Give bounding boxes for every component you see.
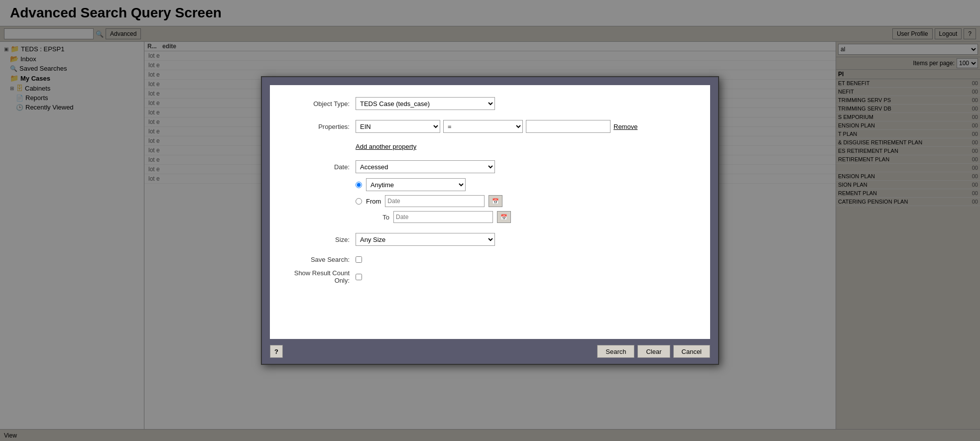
to-calendar-button[interactable]: 📅 xyxy=(497,211,511,223)
properties-row: Properties: EIN Name Date Status = != > … xyxy=(290,120,690,133)
add-property-row: Add another property xyxy=(290,143,690,150)
from-date-input[interactable] xyxy=(385,195,485,207)
properties-label: Properties: xyxy=(290,123,350,130)
from-radio[interactable] xyxy=(356,198,362,205)
modal-help-button[interactable]: ? xyxy=(270,345,283,358)
show-result-count-label: Show Result Count Only: xyxy=(290,269,350,284)
modal-dialog: Object Type: TEDS Case (teds_case) Docum… xyxy=(261,76,719,365)
date-label: Date: xyxy=(290,163,350,171)
object-type-select[interactable]: TEDS Case (teds_case) Document Folder xyxy=(356,97,495,110)
property-field-select[interactable]: EIN Name Date Status xyxy=(356,120,440,133)
save-search-label: Save Search: xyxy=(290,256,350,263)
to-row: To 📅 xyxy=(356,211,690,223)
save-search-row: Save Search: xyxy=(290,256,690,263)
date-main-row: Date: Accessed Created Modified xyxy=(290,160,690,173)
object-type-row: Object Type: TEDS Case (teds_case) Docum… xyxy=(290,97,690,110)
clear-button[interactable]: Clear xyxy=(637,345,670,358)
operator-select[interactable]: = != > < contains xyxy=(443,120,523,133)
object-type-field: TEDS Case (teds_case) Document Folder xyxy=(356,97,690,110)
search-button[interactable]: Search xyxy=(597,345,634,358)
size-select[interactable]: Any Size < 1 MB 1-10 MB > 10 MB xyxy=(356,233,495,246)
size-row: Size: Any Size < 1 MB 1-10 MB > 10 MB xyxy=(290,233,690,246)
property-value-input[interactable] xyxy=(526,120,611,133)
from-row: From 📅 xyxy=(356,195,690,207)
modal-footer: ? Search Clear Cancel xyxy=(262,339,718,364)
save-search-checkbox[interactable] xyxy=(356,256,362,263)
add-property-link[interactable]: Add another property xyxy=(356,143,416,150)
modal-overlay: Object Type: TEDS Case (teds_case) Docum… xyxy=(0,0,980,441)
to-date-input[interactable] xyxy=(393,211,493,223)
modal-footer-left: ? xyxy=(270,345,283,358)
from-calendar-button[interactable]: 📅 xyxy=(489,195,502,207)
anytime-radio[interactable] xyxy=(356,182,362,188)
date-type-select[interactable]: Accessed Created Modified xyxy=(356,160,495,173)
anytime-row: Anytime Today This Week This Month xyxy=(356,178,690,191)
anytime-select[interactable]: Anytime Today This Week This Month xyxy=(366,178,466,191)
remove-property-link[interactable]: Remove xyxy=(613,123,637,130)
date-section: Date: Accessed Created Modified Anytime … xyxy=(290,160,690,223)
object-type-label: Object Type: xyxy=(290,100,350,108)
from-label: From xyxy=(366,198,381,205)
show-result-count-checkbox[interactable] xyxy=(356,274,362,280)
modal-body: Object Type: TEDS Case (teds_case) Docum… xyxy=(270,85,710,339)
properties-field: EIN Name Date Status = != > < contains R… xyxy=(356,120,690,133)
cancel-button[interactable]: Cancel xyxy=(673,345,710,358)
to-label: To xyxy=(369,214,389,221)
date-radio-rows: Anytime Today This Week This Month From … xyxy=(356,178,690,223)
show-result-count-row: Show Result Count Only: xyxy=(290,269,690,284)
size-label: Size: xyxy=(290,236,350,243)
